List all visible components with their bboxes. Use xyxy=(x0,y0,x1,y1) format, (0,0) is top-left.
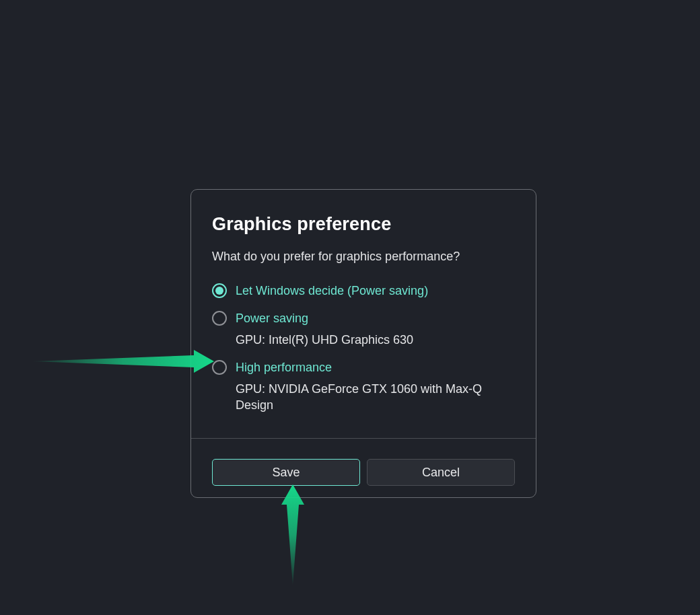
annotation-arrow-right-icon xyxy=(32,350,214,373)
radio-unselected-icon xyxy=(212,311,227,326)
radio-unselected-icon xyxy=(212,360,227,375)
dialog-question: What do you prefer for graphics performa… xyxy=(212,250,516,264)
option-let-windows-decide[interactable]: Let Windows decide (Power saving) xyxy=(212,283,516,299)
option-label: Let Windows decide (Power saving) xyxy=(236,283,428,299)
option-label: Power saving xyxy=(236,310,413,326)
option-high-performance[interactable]: High performance GPU: NVIDIA GeForce GTX… xyxy=(212,359,516,413)
option-power-saving[interactable]: Power saving GPU: Intel(R) UHD Graphics … xyxy=(212,310,516,348)
option-sub-label: GPU: NVIDIA GeForce GTX 1060 with Max-Q … xyxy=(236,381,516,413)
svg-marker-0 xyxy=(32,350,214,373)
dialog-footer: Save Cancel xyxy=(191,438,536,507)
dialog-title: Graphics preference xyxy=(212,214,516,235)
radio-selected-icon xyxy=(212,283,227,298)
save-button[interactable]: Save xyxy=(212,459,360,486)
option-sub-label: GPU: Intel(R) UHD Graphics 630 xyxy=(236,332,413,348)
option-label: High performance xyxy=(236,359,516,375)
option-text: Power saving GPU: Intel(R) UHD Graphics … xyxy=(236,310,413,348)
dialog-body: Graphics preference What do you prefer f… xyxy=(191,190,536,438)
graphics-preference-dialog: Graphics preference What do you prefer f… xyxy=(190,189,536,498)
option-text: High performance GPU: NVIDIA GeForce GTX… xyxy=(236,359,516,413)
option-text: Let Windows decide (Power saving) xyxy=(236,283,428,299)
cancel-button[interactable]: Cancel xyxy=(367,459,515,486)
